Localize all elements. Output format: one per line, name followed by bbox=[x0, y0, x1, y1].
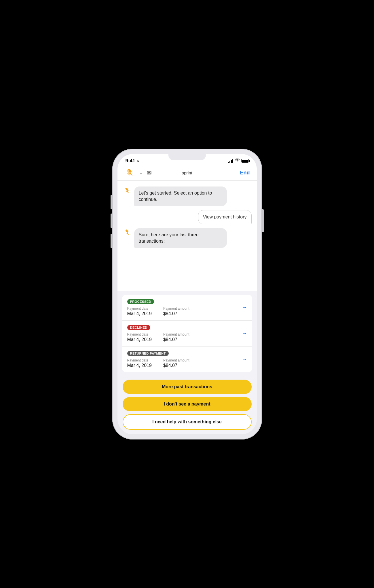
payment-amount-value-2: $84.07 bbox=[163, 337, 189, 342]
payment-date-field-2: Payment date Mar 4, 2019 bbox=[127, 332, 152, 342]
bot-message-row-2: Sure, here are your last three transacti… bbox=[123, 228, 252, 248]
time-display: 9:41 bbox=[126, 158, 135, 164]
chevron-down-icon[interactable]: ⌄ bbox=[139, 171, 143, 175]
signal-bar-1 bbox=[228, 162, 229, 163]
payment-date-value-2: Mar 4, 2019 bbox=[127, 337, 152, 342]
signal-icon bbox=[228, 159, 233, 163]
bot-bubble-1: Let's get started. Select an option to c… bbox=[134, 187, 227, 206]
status-badge-returned: RETURNED PAYMENT bbox=[127, 351, 169, 356]
card-details-2: Payment date Mar 4, 2019 Payment amount … bbox=[127, 332, 247, 342]
status-badge-processed: PROCESSED bbox=[127, 299, 154, 304]
bot-message-text-1: Let's get started. Select an option to c… bbox=[139, 191, 212, 202]
bot-avatar-1 bbox=[123, 187, 131, 196]
nav-left: ⌄ ✉ bbox=[124, 168, 152, 178]
payment-amount-field-3: Payment amount $84.07 bbox=[163, 358, 189, 368]
mail-icon[interactable]: ✉ bbox=[147, 170, 152, 176]
phone-frame: 9:41 ► bbox=[112, 149, 262, 439]
payment-amount-label-1: Payment amount bbox=[163, 307, 189, 311]
volume-up-button[interactable] bbox=[111, 195, 112, 209]
bot-message-row-1: Let's get started. Select an option to c… bbox=[123, 187, 252, 206]
payment-date-value-1: Mar 4, 2019 bbox=[127, 311, 152, 316]
payment-date-label-2: Payment date bbox=[127, 332, 152, 336]
payment-amount-label-2: Payment amount bbox=[163, 332, 189, 336]
user-message-row: View payment history bbox=[123, 210, 252, 224]
notch bbox=[168, 154, 206, 160]
payment-amount-field-1: Payment amount $84.07 bbox=[163, 307, 189, 316]
payment-amount-field-2: Payment amount $84.07 bbox=[163, 332, 189, 342]
payment-date-label-1: Payment date bbox=[127, 307, 152, 311]
status-icons bbox=[228, 159, 249, 163]
battery-fill bbox=[242, 160, 248, 162]
status-time: 9:41 ► bbox=[126, 158, 140, 164]
user-message-text: View payment history bbox=[203, 214, 247, 219]
card-details-1: Payment date Mar 4, 2019 Payment amount … bbox=[127, 307, 247, 316]
dont-see-payment-button[interactable]: I don't see a payment bbox=[123, 397, 252, 411]
payment-card-3[interactable]: RETURNED PAYMENT Payment date Mar 4, 201… bbox=[122, 347, 252, 372]
power-button[interactable] bbox=[262, 209, 264, 232]
payment-card-container[interactable]: PROCESSED Payment date Mar 4, 2019 Payme… bbox=[122, 295, 252, 372]
payment-card-1[interactable]: PROCESSED Payment date Mar 4, 2019 Payme… bbox=[122, 295, 252, 321]
payment-date-label-3: Payment date bbox=[127, 358, 152, 362]
signal-bar-4 bbox=[232, 159, 233, 163]
card-details-3: Payment date Mar 4, 2019 Payment amount … bbox=[127, 358, 247, 368]
user-bubble: View payment history bbox=[198, 210, 252, 224]
wifi-icon bbox=[235, 159, 240, 163]
nav-title: sprint bbox=[182, 170, 192, 175]
status-badge-declined: DECLINED bbox=[127, 325, 150, 330]
payment-amount-label-3: Payment amount bbox=[163, 358, 189, 362]
phone-screen: 9:41 ► bbox=[117, 154, 257, 434]
payment-cards-section: PROCESSED Payment date Mar 4, 2019 Payme… bbox=[117, 291, 257, 376]
signal-bar-2 bbox=[229, 161, 230, 163]
payment-card-2[interactable]: DECLINED Payment date Mar 4, 2019 Paymen… bbox=[122, 321, 252, 347]
card-arrow-3[interactable]: → bbox=[242, 356, 247, 362]
bot-avatar-2 bbox=[123, 229, 131, 237]
card-arrow-1[interactable]: → bbox=[242, 305, 247, 311]
chat-area: Let's get started. Select an option to c… bbox=[117, 181, 257, 291]
end-button[interactable]: End bbox=[240, 170, 250, 176]
bot-message-text-2: Sure, here are your last three transacti… bbox=[139, 232, 199, 243]
action-buttons: More past transactions I don't see a pay… bbox=[117, 376, 257, 434]
help-something-else-button[interactable]: I need help with something else bbox=[123, 414, 252, 430]
payment-date-field-3: Payment date Mar 4, 2019 bbox=[127, 358, 152, 368]
payment-date-value-3: Mar 4, 2019 bbox=[127, 363, 152, 368]
location-icon: ► bbox=[137, 159, 140, 163]
nav-bar: ⌄ ✉ sprint End bbox=[117, 165, 257, 181]
more-transactions-button[interactable]: More past transactions bbox=[123, 380, 252, 394]
mute-button[interactable] bbox=[111, 234, 112, 248]
bot-bubble-2: Sure, here are your last three transacti… bbox=[134, 228, 227, 248]
payment-amount-value-1: $84.07 bbox=[163, 311, 189, 316]
sprint-logo bbox=[124, 168, 135, 178]
card-arrow-2[interactable]: → bbox=[242, 330, 247, 336]
payment-amount-value-3: $84.07 bbox=[163, 363, 189, 368]
signal-bar-3 bbox=[231, 160, 232, 163]
volume-down-button[interactable] bbox=[111, 214, 112, 228]
payment-date-field-1: Payment date Mar 4, 2019 bbox=[127, 307, 152, 316]
battery-icon bbox=[241, 159, 249, 163]
